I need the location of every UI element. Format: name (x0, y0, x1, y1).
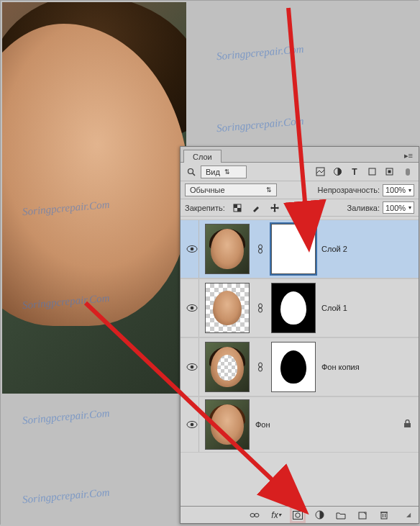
svg-point-27 (250, 513, 255, 517)
layer-name[interactable]: Слой 2 (321, 245, 414, 253)
adjust-filter-icon[interactable] (331, 165, 344, 178)
svg-point-15 (259, 249, 262, 253)
svg-point-21 (190, 366, 193, 369)
chevron-down-icon: ▾ (408, 204, 411, 211)
svg-point-17 (190, 307, 193, 310)
layer-name[interactable]: Слой 1 (321, 304, 414, 312)
layers-panel: Слои ▸≡ Вид ⇅ T (180, 146, 419, 524)
blend-mode-select[interactable]: Обычные ⇅ (185, 183, 277, 196)
filter-toggle-icon[interactable] (401, 165, 414, 178)
layer-name[interactable]: Фон копия (321, 363, 414, 371)
visibility-toggle[interactable] (185, 220, 199, 278)
visibility-toggle[interactable] (185, 397, 199, 452)
layer-row[interactable]: Фон копия (181, 337, 419, 396)
opacity-value: 100% (385, 186, 406, 194)
fill-input[interactable]: 100% ▾ (383, 201, 414, 214)
svg-point-0 (188, 168, 193, 173)
chevron-down-icon: ▾ (408, 187, 411, 194)
mask-thumbnail[interactable] (271, 342, 316, 392)
new-layer-icon[interactable] (357, 509, 368, 521)
lock-row: Закрепить: Заливка: 100% ▾ (181, 199, 419, 217)
blend-mode-value: Обычные (190, 186, 225, 194)
svg-rect-9 (234, 204, 237, 208)
lock-all-icon[interactable] (287, 201, 300, 214)
svg-point-19 (259, 308, 262, 312)
svg-rect-11 (290, 207, 296, 212)
watermark: Soringpcrepair.Com (216, 43, 304, 63)
adjustment-icon[interactable] (314, 509, 325, 521)
chevron-down-icon: ⇅ (266, 186, 272, 194)
type-filter-icon[interactable]: T (348, 165, 361, 178)
opacity-label: Непрозрачность: (318, 186, 380, 194)
layer-row[interactable]: Фон (181, 396, 419, 453)
link-mask-icon[interactable] (255, 362, 265, 372)
visibility-toggle[interactable] (185, 338, 199, 396)
svg-rect-29 (293, 511, 303, 519)
fill-label: Заливка: (347, 204, 380, 212)
watermark: Soringpcrepair.Com (22, 486, 110, 507)
lock-pixels-icon[interactable] (231, 201, 244, 214)
eye-icon (186, 363, 198, 371)
shape-filter-icon[interactable] (365, 165, 378, 178)
filter-kind-label: Вид (206, 168, 220, 176)
app-frame: Soringpcrepair.Com Soringpcrepair.Com So… (0, 0, 419, 525)
layer-thumbnail[interactable] (205, 283, 250, 333)
mask-thumbnail[interactable] (271, 283, 316, 333)
layer-row[interactable]: Слой 2 (181, 219, 419, 278)
svg-point-23 (259, 367, 262, 371)
trash-icon[interactable] (378, 509, 390, 521)
svg-point-13 (190, 248, 193, 251)
svg-rect-10 (237, 208, 241, 212)
layer-row[interactable]: Слой 1 (181, 278, 419, 337)
layer-name[interactable]: Фон (255, 420, 398, 429)
lock-brush-icon[interactable] (250, 201, 262, 214)
search-icon[interactable] (185, 165, 198, 178)
svg-point-30 (296, 512, 300, 517)
panel-tabs: Слои ▸≡ (181, 147, 419, 163)
svg-point-18 (259, 304, 262, 308)
mask-thumbnail[interactable] (271, 224, 316, 274)
svg-rect-26 (404, 423, 411, 427)
svg-point-28 (255, 513, 259, 517)
link-mask-icon[interactable] (255, 303, 265, 313)
panel-menu-icon[interactable]: ▸≡ (401, 150, 416, 162)
blend-row: Обычные ⇅ Непрозрачность: 100% ▾ (181, 181, 419, 199)
mask-add-icon[interactable] (292, 509, 303, 521)
image-filter-icon[interactable] (314, 165, 327, 178)
layer-thumbnail[interactable] (205, 342, 250, 392)
group-icon[interactable] (335, 509, 347, 521)
lock-move-icon[interactable] (268, 201, 281, 214)
fill-value: 100% (385, 204, 406, 212)
tab-layers[interactable]: Слои (183, 150, 222, 163)
canvas-area[interactable]: Soringpcrepair.Com Soringpcrepair.Com So… (1, 1, 419, 525)
svg-line-1 (193, 173, 195, 176)
layer-thumbnail[interactable] (205, 224, 250, 274)
svg-point-14 (259, 245, 262, 249)
tab-label: Слои (193, 153, 212, 161)
svg-rect-7 (406, 168, 410, 176)
watermark: Soringpcrepair.Com (22, 407, 110, 427)
chevron-updown-icon: ⇅ (224, 168, 230, 176)
eye-icon (186, 420, 198, 429)
lock-label: Закрепить: (185, 204, 225, 212)
fx-icon[interactable]: fx▾ (270, 509, 282, 521)
link-icon[interactable] (249, 509, 260, 521)
svg-point-22 (259, 363, 262, 367)
panel-bottom-bar: fx▾ ◢ (181, 506, 419, 523)
svg-rect-4 (369, 168, 375, 175)
watermark: Soringpcrepair.Com (216, 115, 304, 135)
lock-icon (403, 420, 411, 430)
layer-thumbnail[interactable] (205, 399, 250, 450)
svg-rect-6 (388, 171, 391, 173)
svg-point-25 (190, 423, 193, 427)
visibility-toggle[interactable] (185, 279, 199, 337)
panel-resize-icon[interactable]: ◢ (403, 509, 414, 521)
filter-kind-select[interactable]: Вид ⇅ (201, 165, 247, 178)
link-mask-icon[interactable] (255, 244, 265, 254)
smart-filter-icon[interactable] (383, 165, 396, 178)
eye-icon (186, 304, 198, 312)
document-image (2, 2, 186, 394)
layers-list: Слой 2 Слой 1 (181, 217, 419, 506)
opacity-input[interactable]: 100% ▾ (383, 184, 414, 196)
filter-row: Вид ⇅ T (181, 163, 419, 181)
